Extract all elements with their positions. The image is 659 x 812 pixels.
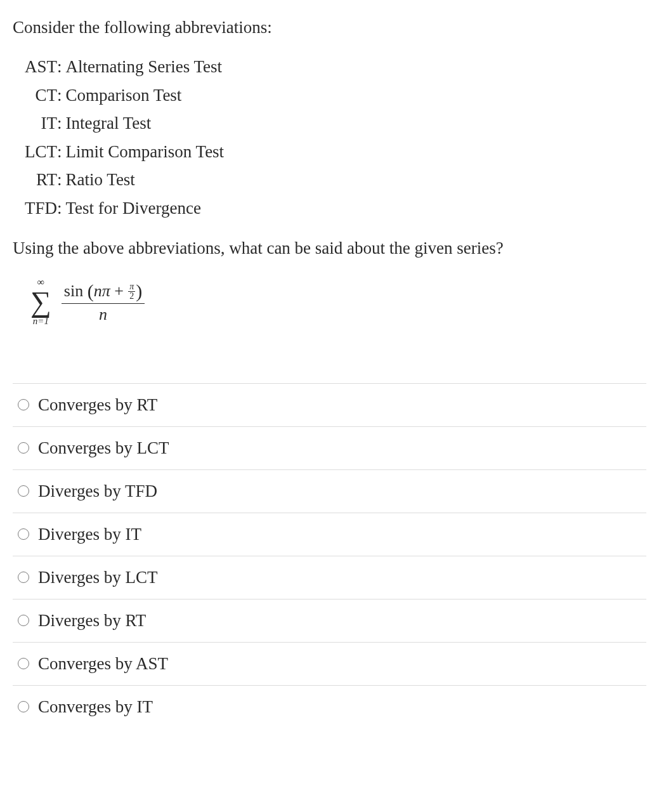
answer-option[interactable]: Converges by LCT	[13, 427, 646, 470]
sigma-icon: ∑	[30, 289, 51, 315]
option-label: Converges by IT	[38, 697, 153, 717]
question-page: Consider the following abbreviations: AS…	[0, 0, 659, 741]
abbr-code: CT	[13, 81, 57, 110]
summation-symbol: ∞ ∑ n=1	[30, 277, 51, 325]
abbr-row: CT: Comparison Test	[13, 81, 646, 110]
fraction-denominator: n	[99, 304, 107, 324]
option-label: Diverges by RT	[38, 611, 146, 631]
fraction-numerator: sin (nπ + π2)	[62, 279, 145, 304]
question-prompt: Using the above abbreviations, what can …	[13, 239, 646, 258]
abbr-desc: Ratio Test	[66, 166, 646, 194]
radio-input[interactable]	[18, 442, 29, 454]
abbr-row: TFD: Test for Divergence	[13, 194, 646, 223]
radio-input[interactable]	[18, 485, 29, 497]
abbreviation-list: AST: Alternating Series Test CT: Compari…	[13, 53, 646, 222]
option-label: Converges by RT	[38, 395, 157, 415]
abbr-desc: Limit Comparison Test	[66, 138, 646, 166]
answer-option[interactable]: Diverges by IT	[13, 513, 646, 556]
radio-input[interactable]	[18, 572, 29, 583]
answer-option[interactable]: Converges by AST	[13, 643, 646, 686]
series-formula: ∞ ∑ n=1 sin (nπ + π2) n	[30, 271, 646, 325]
option-label: Converges by AST	[38, 654, 168, 674]
abbr-row: RT: Ratio Test	[13, 166, 646, 194]
option-label: Diverges by TFD	[38, 481, 157, 501]
fraction: sin (nπ + π2) n	[62, 279, 145, 324]
option-label: Diverges by IT	[38, 525, 141, 544]
sum-lower-limit: n=1	[33, 317, 49, 326]
abbr-desc: Comparison Test	[66, 81, 646, 110]
radio-input[interactable]	[18, 528, 29, 540]
abbr-code: LCT	[13, 138, 57, 166]
abbr-code: TFD	[13, 194, 57, 223]
answer-options: Converges by RT Converges by LCT Diverge…	[13, 383, 646, 728]
abbr-row: LCT: Limit Comparison Test	[13, 138, 646, 166]
answer-option[interactable]: Diverges by TFD	[13, 470, 646, 513]
abbr-code: IT	[13, 109, 57, 138]
answer-option[interactable]: Diverges by RT	[13, 599, 646, 643]
answer-option[interactable]: Diverges by LCT	[13, 556, 646, 599]
abbr-row: AST: Alternating Series Test	[13, 53, 646, 81]
abbr-code: AST	[13, 53, 57, 81]
answer-option[interactable]: Converges by IT	[13, 686, 646, 728]
abbr-desc: Alternating Series Test	[66, 53, 646, 81]
radio-input[interactable]	[18, 399, 29, 410]
abbr-desc: Test for Divergence	[66, 194, 646, 223]
intro-text: Consider the following abbreviations:	[13, 18, 646, 37]
option-label: Diverges by LCT	[38, 568, 157, 587]
answer-option[interactable]: Converges by RT	[13, 384, 646, 427]
option-label: Converges by LCT	[38, 438, 169, 458]
radio-input[interactable]	[18, 701, 29, 712]
radio-input[interactable]	[18, 615, 29, 626]
abbr-code: RT	[13, 166, 57, 194]
radio-input[interactable]	[18, 658, 29, 669]
abbr-row: IT: Integral Test	[13, 109, 646, 138]
abbr-desc: Integral Test	[66, 109, 646, 138]
